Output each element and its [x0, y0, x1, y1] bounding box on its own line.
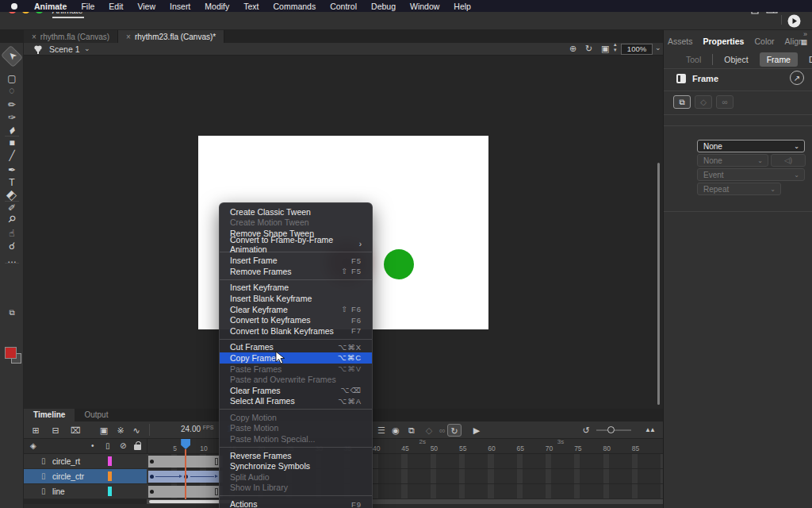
test-movie-icon[interactable]: [787, 14, 801, 28]
layer-name-label[interactable]: circle_rt: [52, 457, 80, 466]
panel-tab-properties[interactable]: Properties: [703, 37, 745, 46]
fit-timeline-button[interactable]: ▲▲: [642, 424, 657, 437]
delete-layer-button[interactable]: ⌧: [68, 424, 82, 437]
center-stage-icon[interactable]: ⊕: [569, 44, 576, 54]
canvas-vertical-scrollbar[interactable]: [657, 163, 660, 405]
lock-icon[interactable]: [134, 444, 141, 450]
subtab-object[interactable]: Object: [724, 55, 748, 64]
timeline-tab-timeline[interactable]: Timeline: [24, 409, 75, 421]
panel-tab-color[interactable]: Color: [754, 37, 774, 46]
menubar-item-debug[interactable]: Debug: [364, 2, 403, 11]
rotation-tool-icon[interactable]: ↻: [585, 44, 592, 54]
new-folder-button[interactable]: ⊟: [48, 424, 63, 437]
menu-item-copy-frames[interactable]: Copy Frames⌥⌘C: [220, 352, 372, 364]
onion-skin-button[interactable]: ◉: [389, 424, 403, 437]
menu-item-select-all-frames[interactable]: Select All Frames⌥⌘A: [220, 396, 372, 407]
zoom-tool[interactable]: ☌: [3, 239, 21, 253]
layer-row-line[interactable]: ▯line: [24, 484, 147, 499]
scene-name-label[interactable]: Scene 1: [49, 44, 80, 54]
menubar-item-insert[interactable]: Insert: [163, 2, 197, 11]
menu-item-synchronize-symbols[interactable]: Synchronize Symbols: [220, 460, 372, 471]
menu-item-reverse-frames[interactable]: Reverse Frames: [220, 450, 372, 461]
line-tool[interactable]: ╱: [3, 148, 21, 163]
layer-row-circle_rt[interactable]: ▯circle_rt: [24, 454, 147, 469]
layers-stack-icon[interactable]: ◈: [30, 441, 36, 450]
layer-row-circle_ctr[interactable]: ▯circle_ctr: [24, 469, 147, 484]
menubar-item-window[interactable]: Window: [403, 2, 446, 11]
more-tools[interactable]: …: [3, 252, 21, 267]
menubar-item-text[interactable]: Text: [236, 2, 266, 11]
reset-timeline-zoom-button[interactable]: ↺: [579, 424, 593, 437]
menubar-item-commands[interactable]: Commands: [266, 2, 324, 11]
onion-outline-button[interactable]: ◇: [422, 424, 436, 437]
snap-overlay-icon[interactable]: ⧉: [3, 306, 21, 320]
document-tab-1[interactable]: ×rhythm.fla (Canvas): [24, 30, 118, 43]
fill-color-chip[interactable]: [5, 347, 17, 359]
menu-item-insert-blank-keyframe[interactable]: Insert Blank Keyframe: [220, 293, 372, 304]
timeline-zoom-slider-knob[interactable]: [607, 426, 615, 433]
new-layer-button[interactable]: ⊞: [29, 424, 43, 437]
sound-repeat-dropdown[interactable]: Repeat ⌄: [697, 183, 781, 195]
layer-parenting-button[interactable]: ※: [113, 424, 128, 437]
menu-item-actions[interactable]: ActionsF9: [220, 498, 372, 508]
menu-item-convert-to-blank-keyframes[interactable]: Convert to Blank KeyframesF7: [220, 325, 372, 337]
fps-value[interactable]: 24.00: [181, 425, 201, 433]
menubar-item-animate[interactable]: Animate: [27, 2, 74, 11]
sound-sync-dropdown[interactable]: Event ⌄: [697, 168, 805, 181]
layer-color-swatch[interactable]: [108, 487, 112, 496]
menu-item-convert-to-frame-by-frame-animation[interactable]: Convert to Frame-by-Frame Animation›: [220, 239, 372, 250]
center-frame-button[interactable]: ☰: [374, 424, 389, 437]
sound-edit-button[interactable]: ◁): [771, 154, 806, 167]
graph-editor-button[interactable]: ∿: [129, 424, 144, 437]
play-button[interactable]: ▶: [469, 424, 484, 437]
panel-menu-icon[interactable]: ▦: [800, 38, 807, 46]
zoom-dropdown-chevron[interactable]: ⌄: [655, 44, 661, 52]
link-button[interactable]: ∞: [716, 95, 733, 109]
hide-all-layers-icon[interactable]: ⊘: [120, 441, 126, 450]
scene-chevron-icon[interactable]: ⌄: [84, 44, 90, 52]
subtab-tool[interactable]: Tool: [686, 55, 701, 64]
subtab-doc[interactable]: Doc: [809, 55, 812, 64]
apple-logo-icon[interactable]: [11, 3, 17, 10]
panel-tab-assets[interactable]: Assets: [668, 37, 693, 46]
zoom-stepper-down[interactable]: ▾: [614, 47, 617, 53]
sound-effect-dropdown[interactable]: None ⌄: [697, 154, 768, 167]
menu-item-clear-keyframe[interactable]: Clear Keyframe⇧ F6: [220, 304, 372, 315]
menubar-item-view[interactable]: View: [130, 2, 163, 11]
menu-item-cut-frames[interactable]: Cut Frames⌥⌘X: [220, 342, 372, 353]
menu-item-insert-frame[interactable]: Insert FrameF5: [220, 255, 372, 266]
menu-item-create-classic-tween[interactable]: Create Classic Tween: [220, 206, 372, 217]
convert-quick-action-icon[interactable]: ↗: [790, 71, 804, 85]
menu-item-clear-frames[interactable]: Clear Frames⌥⌫: [220, 385, 372, 396]
menu-item-convert-to-keyframes[interactable]: Convert to KeyframesF6: [220, 314, 372, 325]
edit-multiple-frames-button[interactable]: ⧉: [404, 424, 419, 437]
menubar-item-modify[interactable]: Modify: [197, 2, 236, 11]
menubar-item-file[interactable]: File: [74, 2, 102, 11]
layer-color-swatch[interactable]: [108, 471, 112, 481]
eye-button[interactable]: ◇: [695, 95, 712, 109]
green-circle-object[interactable]: [384, 249, 414, 279]
document-tab-2[interactable]: ×rhythm23.fla (Canvas)*: [118, 30, 224, 43]
selection-tool[interactable]: ➤: [1, 45, 23, 67]
stacking-button[interactable]: ⧉: [673, 95, 691, 109]
menu-item-remove-frames[interactable]: Remove Frames⇧ F5: [220, 266, 372, 277]
menubar-item-help[interactable]: Help: [446, 2, 478, 11]
camera-button[interactable]: ▣: [97, 424, 111, 437]
show-hide-column-icon[interactable]: •: [91, 441, 94, 450]
zoom-level-input[interactable]: 100%: [621, 44, 653, 55]
timeline-tab-output[interactable]: Output: [75, 409, 117, 421]
menu-item-insert-keyframe[interactable]: Insert Keyframe: [220, 283, 372, 294]
layer-name-label[interactable]: circle_ctr: [52, 472, 84, 481]
layer-color-swatch[interactable]: [108, 456, 112, 466]
sound-name-dropdown[interactable]: None ⌄: [697, 140, 805, 152]
layer-name-label[interactable]: line: [52, 487, 65, 496]
close-tab-icon[interactable]: ×: [32, 33, 36, 41]
close-tab-icon[interactable]: ×: [126, 33, 131, 41]
clip-content-icon[interactable]: ▣: [601, 44, 609, 54]
outline-column-icon[interactable]: ▯: [105, 441, 110, 450]
lasso-tool[interactable]: ◌: [3, 83, 21, 98]
menubar-item-control[interactable]: Control: [323, 2, 364, 11]
menubar-item-edit[interactable]: Edit: [102, 2, 130, 11]
loop-button[interactable]: ↻: [447, 424, 462, 437]
subtab-frame[interactable]: Frame: [760, 52, 798, 67]
